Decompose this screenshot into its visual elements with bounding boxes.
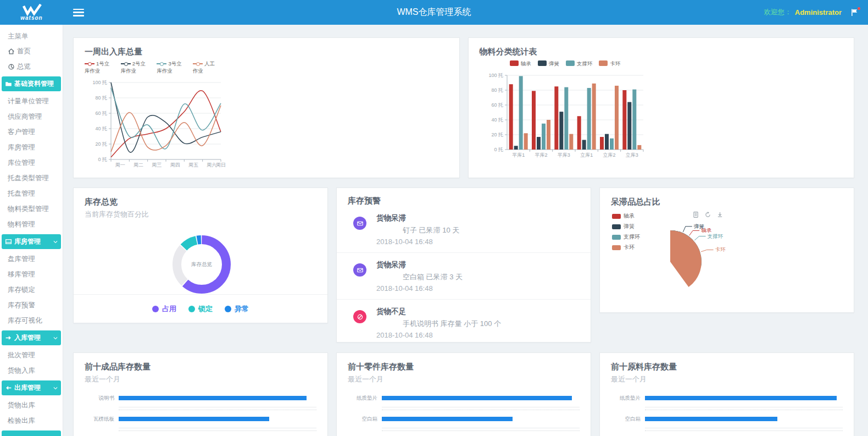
sidebar-item-7[interactable]: 库位管理 [0, 155, 63, 170]
separator-line [119, 428, 316, 428]
alert-item[interactable]: 货物呆滞空白箱 已呆滞 3 天2018-10-04 16:48 [337, 253, 591, 300]
separator-line [645, 407, 843, 407]
svg-text:弹簧: 弹簧 [694, 223, 705, 229]
svg-text:周三: 周三 [152, 162, 162, 168]
legend-item[interactable]: 1号立库作业 [85, 60, 114, 75]
svg-text:0 托: 0 托 [494, 147, 503, 152]
legend-item[interactable]: 卡环 [599, 60, 620, 68]
svg-text:周日: 周日 [216, 162, 226, 168]
sidebar-item-22[interactable]: 货物出库 [0, 398, 63, 413]
sidebar-item-4[interactable]: 供应商管理 [0, 109, 63, 124]
separator-dotted-line [382, 410, 580, 410]
sidebar-item-5[interactable]: 客户管理 [0, 124, 63, 140]
sidebar-item-label: 库位管理 [8, 158, 35, 168]
sidebar-item-1[interactable]: 总览 [0, 59, 63, 74]
ban-icon [353, 310, 366, 323]
sidebar-item-0[interactable]: 首页 [0, 43, 63, 59]
sidebar-item-19[interactable]: 批次管理 [0, 347, 63, 363]
legend-item[interactable]: 弹簧 [538, 60, 559, 68]
svg-text:立库3: 立库3 [625, 152, 638, 158]
sidebar-item-label: 库房管理 [8, 143, 35, 152]
sidebar-item-8[interactable]: 托盘类型管理 [0, 170, 63, 186]
top-parts-bar-chart: 纸质垫片 空白箱 彩卡 说明书 [348, 394, 580, 436]
card-stagnant-ratio: 呆滞品总占比 轴承弹簧支撑环卡环 轴承弹簧支撑环卡环 [599, 187, 854, 313]
hbar-row: 纸质垫片 [611, 394, 843, 402]
hbar-value[interactable] [119, 417, 269, 421]
chevron-down-icon [53, 335, 58, 341]
hbar-value[interactable] [645, 396, 837, 400]
sidebar-item-3[interactable]: 计量单位管理 [0, 93, 63, 109]
sidebar-item-14[interactable]: 移库管理 [0, 267, 63, 282]
sidebar-item-label: 总览 [17, 62, 31, 71]
sidebar-item-label: 批次管理 [8, 351, 35, 360]
legend-item-异常[interactable]: 异常 [225, 304, 249, 314]
hbar-row: 纸质垫片 [348, 394, 580, 402]
main-content: 一周出入库总量 1号立库作业2号立库作业3号立库作业人工作业 0 托20 托40… [63, 25, 868, 436]
sidebar-item-12[interactable]: 库房管理 [2, 234, 61, 249]
hbar-value[interactable] [119, 396, 307, 400]
separator-dotted-line [645, 431, 843, 431]
sidebar-item-6[interactable]: 库房管理 [0, 140, 63, 155]
notification-flag-icon[interactable] [850, 8, 859, 17]
hbar-value[interactable] [645, 417, 777, 421]
sidebar-item-17[interactable]: 库存可视化 [0, 313, 63, 328]
sidebar-item-label: 入库管理 [14, 333, 41, 343]
top-header: watson WMS仓库管理系统 欢迎您： Administrator [0, 0, 868, 25]
alert-detail: 钉子 已呆滞 10 天 [376, 225, 459, 235]
sidebar-item-9[interactable]: 托盘管理 [0, 186, 63, 201]
svg-text:周一: 周一 [115, 162, 125, 168]
sidebar-item-21[interactable]: 出库管理 [2, 380, 61, 395]
legend-item[interactable]: 3号立库作业 [157, 60, 186, 75]
alert-time: 2018-10-04 16:48 [376, 284, 463, 292]
hamburger-menu-icon[interactable] [73, 9, 84, 16]
legend-item[interactable]: 2号立库作业 [121, 60, 151, 75]
card-title: 前十原料库存数量 [611, 362, 843, 372]
hbar-value[interactable] [382, 417, 513, 421]
sidebar-item-11[interactable]: 物料管理 [0, 217, 63, 232]
notification-badge [858, 7, 860, 10]
sidebar-item-23[interactable]: 检验出库 [0, 413, 63, 428]
sidebar-item-partial[interactable] [2, 431, 61, 436]
separator-dotted-line [382, 431, 580, 431]
hbar-value[interactable] [382, 396, 572, 400]
sidebar-item-label: 物料管理 [8, 220, 35, 229]
username[interactable]: Administrator [795, 8, 842, 16]
alert-item[interactable]: 货物不足手机说明书 库存量 小于 100 个2018-10-04 16:48 [337, 300, 591, 346]
svg-text:20 托: 20 托 [491, 132, 503, 137]
sidebar-item-10[interactable]: 物料类型管理 [0, 201, 63, 217]
arrow-left-icon [5, 384, 12, 391]
svg-text:周四: 周四 [170, 162, 180, 168]
svg-text:40 托: 40 托 [95, 126, 107, 131]
dashboard-row-1: 一周出入库总量 1号立库作业2号立库作业3号立库作业人工作业 0 托20 托40… [73, 37, 854, 178]
separator-line [382, 428, 580, 428]
legend-item[interactable]: 轴承 [510, 60, 531, 68]
alert-detail: 空白箱 已呆滞 3 天 [376, 272, 463, 282]
alert-type: 货物不足 [376, 307, 501, 317]
sidebar-item-13[interactable]: 盘库管理 [0, 251, 63, 267]
hbar-label: 纸质垫片 [611, 395, 645, 402]
sidebar-item-label: 货物出库 [8, 401, 35, 410]
card-subtitle: 当前库存货物百分比 [85, 209, 316, 219]
legend-item[interactable]: 人工作业 [193, 60, 216, 75]
legend-item-占用[interactable]: 占用 [152, 304, 176, 314]
legend-item[interactable]: 支撑环 [566, 60, 593, 68]
sidebar-item-20[interactable]: 货物入库 [0, 363, 63, 378]
separator-dotted-line [645, 410, 843, 410]
sidebar-item-16[interactable]: 库存预警 [0, 297, 63, 313]
sidebar-item-15[interactable]: 库存锁定 [0, 282, 63, 297]
hbar-label: 空白箱 [348, 416, 382, 423]
alert-time: 2018-10-04 16:48 [376, 331, 501, 339]
chevron-down-icon [53, 385, 58, 391]
dashboard-row-3: 前十成品库存数量 最近一个月 说明书 瓦楞纸板 纸质垫片 空白箱 [73, 352, 854, 436]
card-title: 物料分类统计表 [480, 47, 843, 57]
watson-logo[interactable]: watson [0, 0, 63, 25]
alert-item[interactable]: 货物呆滞钉子 已呆滞 10 天2018-10-04 16:48 [337, 206, 591, 253]
legend-item-锁定[interactable]: 锁定 [188, 304, 213, 314]
separator-line [645, 428, 843, 428]
svg-text:100 托: 100 托 [488, 73, 503, 78]
sidebar-item-18[interactable]: 入库管理 [2, 330, 61, 345]
svg-text:立库1: 立库1 [580, 152, 593, 158]
svg-text:周二: 周二 [133, 162, 143, 168]
svg-text:0 托: 0 托 [98, 157, 107, 162]
sidebar-item-2[interactable]: 基础资料管理 [2, 76, 61, 91]
